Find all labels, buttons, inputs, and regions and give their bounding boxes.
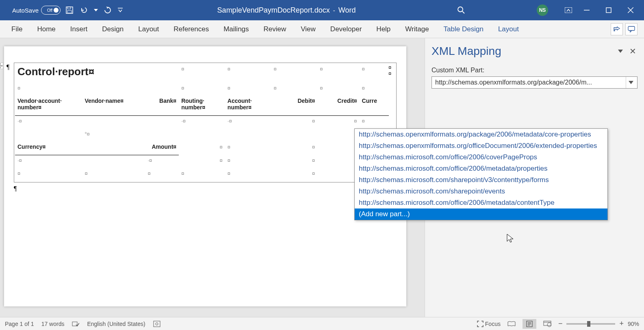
document-table[interactable]: Control·report¤ ¤ ¤ ¤ ¤ ¤ ¤ ¤ ¤ ¤ ¤ ¤ bbox=[14, 63, 397, 182]
search-icon[interactable] bbox=[455, 4, 467, 16]
table-anchor-icon[interactable] bbox=[0, 63, 3, 69]
zoom-thumb[interactable] bbox=[587, 321, 590, 327]
maximize-button[interactable] bbox=[599, 4, 618, 17]
spellcheck-icon[interactable] bbox=[72, 320, 80, 328]
undo-icon[interactable] bbox=[78, 4, 90, 16]
dropdown-item[interactable]: http://schemas.microsoft.com/office/2006… bbox=[355, 163, 607, 174]
status-focus: Focus bbox=[485, 321, 501, 327]
save-icon[interactable] bbox=[64, 4, 75, 16]
autosave-label: AutoSave bbox=[12, 7, 39, 14]
svg-rect-0 bbox=[66, 7, 73, 13]
user-initials: NS bbox=[539, 7, 546, 13]
tab-review[interactable]: Review bbox=[256, 20, 294, 38]
tab-help[interactable]: Help bbox=[369, 20, 398, 38]
dropdown-item[interactable]: http://schemas.openxmlformats.org/office… bbox=[355, 140, 607, 152]
col-currency: Curre bbox=[362, 98, 377, 104]
close-button[interactable] bbox=[621, 4, 640, 17]
zoom-level[interactable]: 90% bbox=[628, 321, 639, 327]
share-icon[interactable] bbox=[611, 23, 623, 35]
pane-label: Custom XML Part: bbox=[432, 67, 637, 74]
svg-point-4 bbox=[458, 7, 463, 12]
xml-part-dropdown[interactable]: http://schemas.openxmlformats.org/packag… bbox=[354, 128, 608, 220]
toggle-knob bbox=[54, 8, 59, 13]
zoom-out-button[interactable]: − bbox=[558, 319, 563, 328]
col-routing: Routing·number¤ bbox=[181, 98, 205, 111]
dropdown-item[interactable]: http://schemas.microsoft.com/office/2006… bbox=[355, 152, 607, 163]
svg-line-5 bbox=[462, 11, 464, 13]
tab-references[interactable]: References bbox=[166, 20, 216, 38]
tab-writage[interactable]: Writage bbox=[398, 20, 436, 38]
dropdown-add-new[interactable]: (Add new part...) bbox=[355, 208, 607, 220]
tab-table-layout[interactable]: Layout bbox=[491, 20, 526, 38]
tab-insert[interactable]: Insert bbox=[63, 20, 95, 38]
redo-icon[interactable] bbox=[102, 4, 113, 16]
pane-title: XML Mapping bbox=[432, 45, 613, 58]
dropdown-item[interactable]: http://schemas.microsoft.com/sharepoint/… bbox=[355, 174, 607, 186]
tab-developer[interactable]: Developer bbox=[323, 20, 369, 38]
svg-rect-16 bbox=[154, 321, 160, 327]
pane-options-icon[interactable] bbox=[616, 46, 625, 56]
tab-file[interactable]: File bbox=[4, 20, 30, 38]
subcol-amount: Amount¤ bbox=[152, 143, 176, 150]
app-name: Word bbox=[338, 6, 356, 15]
chevron-down-icon[interactable] bbox=[626, 77, 635, 88]
status-language[interactable]: English (United States) bbox=[87, 321, 145, 327]
tab-home[interactable]: Home bbox=[30, 20, 63, 38]
autosave-state: Off bbox=[47, 8, 52, 13]
dropdown-item[interactable]: http://schemas.microsoft.com/sharepoint/… bbox=[355, 186, 607, 197]
status-page[interactable]: Page 1 of 1 bbox=[5, 321, 34, 327]
degree-mark: °¤ bbox=[85, 131, 89, 137]
ribbon-display-icon[interactable] bbox=[563, 4, 574, 16]
tab-mailings[interactable]: Mailings bbox=[216, 20, 256, 38]
svg-rect-8 bbox=[606, 8, 611, 13]
focus-icon[interactable]: Focus bbox=[477, 320, 501, 328]
col-credit: Credit¤ bbox=[337, 98, 357, 104]
xml-part-selected: http://schemas.openxmlformats.org/packag… bbox=[435, 79, 634, 86]
col-vendor-name: Vendor·name¤ bbox=[85, 98, 124, 104]
macro-icon[interactable] bbox=[153, 320, 161, 328]
col-bank: Bank¤ bbox=[159, 98, 176, 104]
tab-design[interactable]: Design bbox=[95, 20, 131, 38]
view-read-icon[interactable] bbox=[505, 319, 518, 329]
svg-rect-11 bbox=[628, 26, 635, 30]
autosave-toggle[interactable]: Off bbox=[41, 6, 61, 15]
minimize-button[interactable] bbox=[577, 4, 596, 17]
subcol-currency: Currency¤ bbox=[17, 143, 46, 150]
cell-mark: ¤ bbox=[181, 66, 184, 72]
col-debit: Debit¤ bbox=[297, 98, 315, 104]
xml-part-select[interactable]: http://schemas.openxmlformats.org/packag… bbox=[432, 76, 637, 89]
dropdown-item[interactable]: http://schemas.openxmlformats.org/packag… bbox=[355, 129, 607, 140]
cursor-icon bbox=[506, 233, 514, 243]
col-account: Account·number¤ bbox=[228, 98, 252, 111]
svg-point-17 bbox=[156, 323, 158, 325]
pane-close-icon[interactable]: ✕ bbox=[628, 46, 637, 56]
view-web-icon[interactable] bbox=[540, 319, 554, 329]
zoom-in-button[interactable]: + bbox=[619, 319, 624, 328]
undo-dropdown-icon[interactable] bbox=[93, 4, 99, 16]
row-end-mark: ¤¤ bbox=[388, 64, 391, 76]
doc-heading: Control·report¤ bbox=[17, 65, 94, 78]
paragraph-mark: ¶ bbox=[7, 63, 9, 71]
view-print-icon[interactable] bbox=[523, 319, 536, 329]
tab-view[interactable]: View bbox=[293, 20, 323, 38]
status-words[interactable]: 17 words bbox=[41, 321, 65, 327]
zoom-slider[interactable] bbox=[566, 323, 615, 325]
document-name: SampleVendPaymDocReport.docx bbox=[217, 6, 330, 15]
qat-customize-icon[interactable] bbox=[117, 4, 124, 16]
tab-table-design[interactable]: Table Design bbox=[436, 20, 491, 38]
col-vendor-account: Vendor·account·number¤ bbox=[17, 98, 62, 111]
dropdown-item[interactable]: http://schemas.microsoft.com/office/2006… bbox=[355, 197, 607, 208]
title-separator: - bbox=[333, 7, 335, 14]
end-paragraph-mark: ¶ bbox=[14, 185, 397, 192]
user-avatar[interactable]: NS bbox=[537, 4, 548, 16]
comments-icon[interactable] bbox=[625, 23, 637, 35]
tab-layout[interactable]: Layout bbox=[131, 20, 166, 38]
svg-rect-6 bbox=[565, 7, 572, 13]
svg-rect-2 bbox=[67, 11, 72, 13]
